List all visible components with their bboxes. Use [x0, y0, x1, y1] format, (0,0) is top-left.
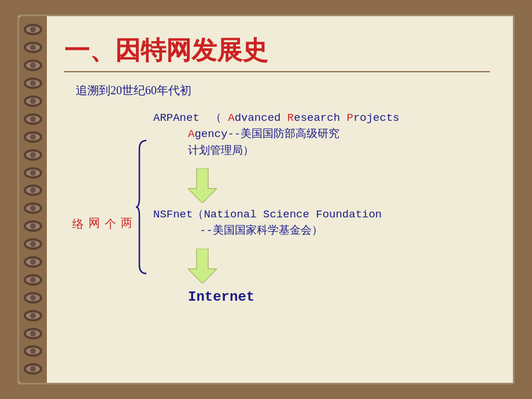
subtitle: 追溯到20世纪60年代初 — [76, 83, 490, 98]
arpanet-desc-line2: Agency--美国国防部高级研究 — [188, 126, 490, 143]
spiral-ring — [24, 60, 42, 71]
brace-container — [135, 110, 149, 305]
spiral-ring — [24, 95, 42, 107]
svg-marker-1 — [188, 249, 217, 283]
networks-content: ARPAnet （ Advanced Research Projects Age… — [153, 110, 490, 305]
arpanet-name: ARPAnet （ Advanced Research Projects — [153, 110, 490, 125]
arrow1-container — [188, 168, 490, 203]
arpanet-block: ARPAnet （ Advanced Research Projects Age… — [153, 110, 490, 159]
spiral-ring — [24, 292, 42, 304]
spiral-ring — [24, 202, 42, 214]
spiral-ring — [24, 24, 42, 35]
spiral-ring — [24, 363, 42, 375]
spiral-ring — [24, 149, 42, 161]
internet-label: Internet — [188, 289, 490, 305]
slide-container: 一、因特网发展史 追溯到20世纪60年代初 两个网络 ARPAnet （ Adv… — [17, 14, 515, 385]
brace-svg — [135, 138, 149, 276]
arrow1-down — [188, 168, 217, 203]
spiral-ring — [24, 310, 42, 322]
spiral-binding — [19, 16, 47, 383]
arrow2-container — [188, 249, 490, 283]
spiral-ring — [24, 113, 42, 125]
spiral-ring — [24, 220, 42, 232]
main-title: 一、因特网发展史 — [64, 34, 490, 68]
spiral-ring — [24, 184, 42, 196]
nsfnet-block: NSFnet（National Science Foundation --美国国… — [153, 206, 490, 239]
spiral-ring — [24, 274, 42, 286]
two-networks-label: 两个网络 — [70, 203, 135, 211]
spiral-ring — [24, 77, 42, 89]
nsfnet-name: NSFnet（National Science Foundation — [153, 206, 490, 221]
spiral-ring — [24, 238, 42, 250]
spiral-ring — [24, 328, 42, 339]
spiral-ring — [24, 42, 42, 53]
spiral-ring — [24, 256, 42, 268]
svg-marker-0 — [188, 168, 217, 203]
arpanet-desc-line3: 计划管理局） — [188, 143, 490, 160]
title-underline — [64, 71, 490, 72]
spiral-ring — [24, 131, 42, 143]
title-section: 一、因特网发展史 — [64, 34, 490, 72]
nsfnet-desc: --美国国家科学基金会） — [200, 223, 490, 239]
arrow2-down — [188, 249, 217, 283]
spiral-ring — [24, 167, 42, 179]
spiral-ring — [24, 345, 42, 357]
networks-section: 两个网络 ARPAnet （ Advanced Research Project… — [70, 110, 490, 305]
content-area: 一、因特网发展史 追溯到20世纪60年代初 两个网络 ARPAnet （ Adv… — [47, 16, 513, 383]
